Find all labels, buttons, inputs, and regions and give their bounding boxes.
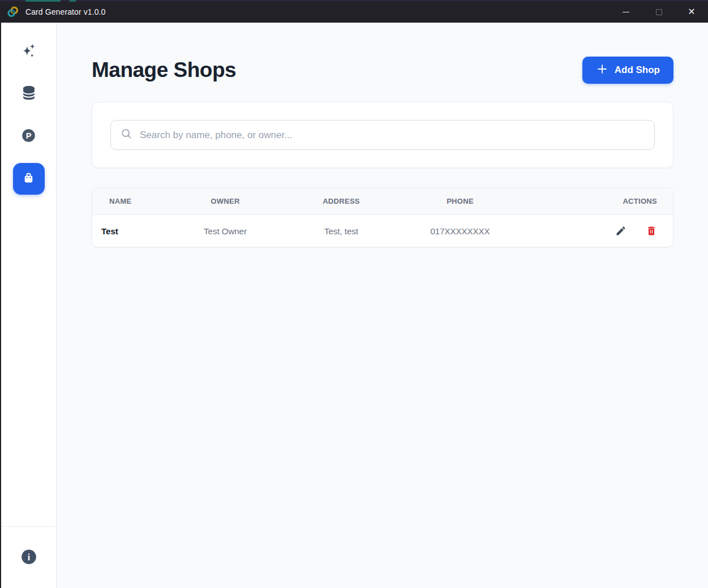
- app-logo-icon: [7, 6, 19, 18]
- table-row: Test Test Owner Test, test 017XXXXXXXX: [92, 215, 673, 247]
- sidebar-footer: i: [1, 526, 56, 588]
- trash-icon: [646, 230, 657, 238]
- info-icon: i: [21, 558, 37, 566]
- sidebar-item-database[interactable]: [15, 80, 42, 108]
- sidebar-item-parking[interactable]: P: [15, 123, 42, 150]
- background-window-artifact: [70, 0, 76, 2]
- titlebar: Card Generator v1.0.0 ✕: [0, 0, 708, 23]
- table-header-row: NAME OWNER ADDRESS PHONE ACTIONS: [92, 188, 673, 215]
- close-button[interactable]: ✕: [675, 1, 708, 23]
- about-button[interactable]: i: [21, 549, 37, 565]
- add-shop-button[interactable]: Add Shop: [582, 57, 673, 84]
- parking-icon: P: [21, 128, 36, 145]
- search-input[interactable]: [140, 130, 645, 141]
- search-icon: [121, 128, 132, 142]
- search-box: [110, 120, 655, 150]
- database-icon: [21, 85, 37, 102]
- page-title: Manage Shops: [92, 58, 236, 82]
- delete-shop-button[interactable]: [646, 225, 657, 237]
- column-header-phone: PHONE: [409, 188, 511, 214]
- maximize-button[interactable]: [642, 1, 675, 23]
- app-window: Card Generator v1.0.0 ✕: [0, 0, 708, 588]
- column-header-name: NAME: [92, 188, 177, 214]
- plus-icon: [596, 63, 608, 78]
- pencil-icon: [615, 230, 627, 238]
- shop-address-cell: Test, test: [273, 216, 409, 246]
- shop-bag-icon: [21, 170, 36, 187]
- sidebar: P: [1, 23, 57, 588]
- minimize-button[interactable]: [610, 1, 642, 23]
- page-header: Manage Shops Add Shop: [92, 57, 673, 84]
- window-controls: ✕: [610, 1, 708, 23]
- minimize-icon: [623, 12, 629, 12]
- sidebar-item-shops[interactable]: [13, 163, 45, 195]
- shops-table: NAME OWNER ADDRESS PHONE ACTIONS Test Te…: [92, 187, 673, 247]
- column-header-actions: ACTIONS: [511, 188, 673, 214]
- background-window-artifact: [25, 0, 61, 2]
- sidebar-item-generator[interactable]: [15, 38, 42, 65]
- edit-shop-button[interactable]: [615, 225, 627, 237]
- column-header-owner: OWNER: [177, 188, 273, 214]
- svg-text:P: P: [26, 131, 32, 140]
- window-title: Card Generator v1.0.0: [25, 7, 105, 16]
- sidebar-nav: P: [1, 23, 56, 200]
- shop-owner-cell: Test Owner: [177, 216, 273, 246]
- close-icon: ✕: [688, 7, 695, 16]
- search-card: [92, 102, 673, 168]
- sparkles-icon: [20, 42, 37, 61]
- add-shop-label: Add Shop: [615, 65, 660, 76]
- shop-actions-cell: [511, 215, 673, 247]
- main-content: Manage Shops Add Shop: [57, 23, 708, 588]
- svg-text:i: i: [27, 552, 30, 562]
- shop-name-cell: Test: [92, 216, 177, 246]
- column-header-address: ADDRESS: [273, 188, 409, 214]
- shop-phone-cell: 017XXXXXXXX: [409, 216, 511, 246]
- maximize-icon: [656, 9, 662, 15]
